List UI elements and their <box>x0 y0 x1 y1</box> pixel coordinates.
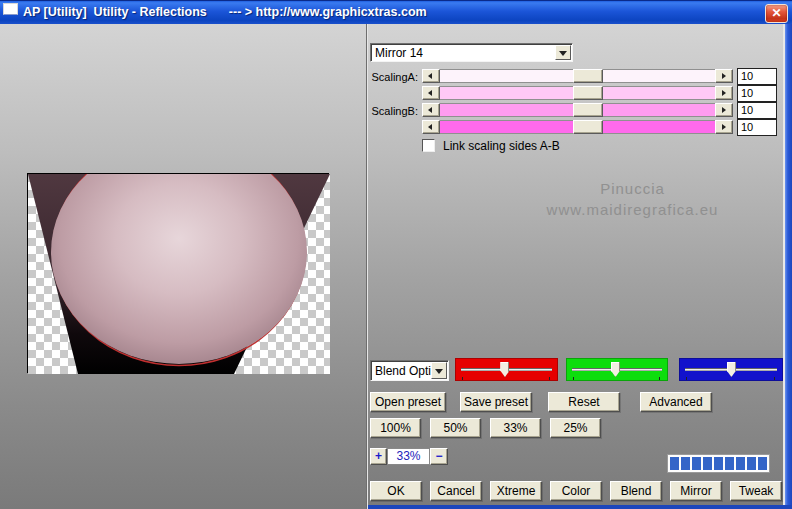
scaling-b2-thumb[interactable] <box>573 120 603 134</box>
chevron-down-icon <box>435 369 443 374</box>
scaling-b2-right-arrow[interactable] <box>715 120 733 134</box>
slider-tick <box>462 377 463 380</box>
green-channel-slider[interactable] <box>566 358 668 381</box>
scaling-b1-slider[interactable] <box>422 103 733 117</box>
blend-options-select[interactable]: Blend Optio <box>370 360 449 381</box>
blue-channel-slider[interactable] <box>679 358 783 381</box>
scaling-a-label: ScalingA: <box>368 71 418 83</box>
slider-tick <box>686 377 687 380</box>
progress-segment <box>725 457 734 470</box>
scaling-a2-value[interactable]: 10 <box>737 85 777 102</box>
save-preset-button[interactable]: Save preset <box>460 392 532 412</box>
progress-segment <box>747 457 756 470</box>
arrow-left-icon <box>428 73 432 79</box>
mirror-select-value: Mirror 14 <box>375 46 423 60</box>
scaling-b1-value[interactable]: 10 <box>737 102 777 119</box>
arrow-left-icon <box>428 124 432 130</box>
slider-tick <box>659 377 660 380</box>
slider-tick <box>549 377 550 380</box>
scaling-a2-slider[interactable] <box>422 86 733 100</box>
slider-tick <box>774 377 775 380</box>
close-button[interactable]: ✕ <box>765 4 788 23</box>
progress-segment <box>692 457 701 470</box>
scaling-a2-thumb[interactable] <box>573 86 603 100</box>
scaling-a1-right-arrow[interactable] <box>715 69 733 83</box>
plugin-dialog-window: AP [Utility] Utility - Reflections--- > … <box>0 0 792 509</box>
mirror-select-dropdown-button[interactable] <box>555 45 571 60</box>
advanced-button[interactable]: Advanced <box>640 392 712 412</box>
scaling-b-label: ScalingB: <box>368 105 418 117</box>
green-slider-thumb[interactable] <box>611 362 620 377</box>
zoom-33-button[interactable]: 33% <box>490 418 541 438</box>
panel-divider <box>366 24 368 509</box>
progress-bar <box>667 454 770 473</box>
scaling-a1-left-arrow[interactable] <box>422 69 440 83</box>
window-border-right <box>785 24 792 509</box>
watermark-line1: Pinuccia <box>520 178 745 199</box>
link-scaling-label: Link scaling sides A-B <box>443 139 560 153</box>
arrow-right-icon <box>722 124 726 130</box>
link-scaling-checkbox[interactable] <box>422 139 435 152</box>
arrow-left-icon <box>428 107 432 113</box>
scaling-b2-left-arrow[interactable] <box>422 120 440 134</box>
arrow-right-icon <box>722 90 726 96</box>
zoom-100-button[interactable]: 100% <box>370 418 421 438</box>
mirror-select[interactable]: Mirror 14 <box>370 43 573 62</box>
window-border-bottom <box>366 505 792 509</box>
red-slider-thumb[interactable] <box>500 362 509 377</box>
zoom-out-button[interactable]: − <box>430 448 448 465</box>
mirror-button[interactable]: Mirror <box>670 481 722 501</box>
arrow-right-icon <box>722 107 726 113</box>
xtreme-button[interactable]: Xtreme <box>490 481 542 501</box>
reset-button[interactable]: Reset <box>548 392 620 412</box>
scaling-a1-slider[interactable] <box>422 69 733 83</box>
progress-segment <box>681 457 690 470</box>
title-bar[interactable]: AP [Utility] Utility - Reflections--- > … <box>0 0 792 24</box>
watermark-text: Pinuccia www.maidiregrafica.eu <box>520 178 745 220</box>
scaling-b1-thumb[interactable] <box>573 103 603 117</box>
window-title-left: AP [Utility] Utility - Reflections <box>23 5 207 19</box>
cancel-button[interactable]: Cancel <box>430 481 482 501</box>
scaling-b1-left-arrow[interactable] <box>422 103 440 117</box>
tweak-button[interactable]: Tweak <box>730 481 782 501</box>
window-title: AP [Utility] Utility - Reflections--- > … <box>23 5 427 19</box>
preview-image <box>27 173 329 373</box>
chevron-down-icon <box>559 51 567 56</box>
blend-options-dropdown-button[interactable] <box>431 362 447 379</box>
blend-button[interactable]: Blend <box>610 481 662 501</box>
scaling-a1-thumb[interactable] <box>573 69 603 83</box>
window-title-url: --- > http://www.graphicxtras.com <box>229 5 427 19</box>
scaling-b2-value[interactable]: 10 <box>737 119 777 136</box>
app-icon <box>3 3 18 15</box>
red-channel-slider[interactable] <box>455 358 558 381</box>
arrow-left-icon <box>428 90 432 96</box>
preview-render <box>28 174 330 374</box>
open-preset-button[interactable]: Open preset <box>370 392 446 412</box>
progress-segment <box>758 457 767 470</box>
blend-options-value: Blend Optio <box>375 364 431 378</box>
ok-button[interactable]: OK <box>370 481 422 501</box>
progress-segment <box>736 457 745 470</box>
color-button[interactable]: Color <box>550 481 602 501</box>
scaling-a2-right-arrow[interactable] <box>715 86 733 100</box>
watermark-line2: www.maidiregrafica.eu <box>520 199 745 220</box>
arrow-right-icon <box>722 73 726 79</box>
blue-slider-thumb[interactable] <box>727 362 736 377</box>
scaling-a1-value[interactable]: 10 <box>737 68 777 85</box>
zoom-50-button[interactable]: 50% <box>430 418 481 438</box>
zoom-in-button[interactable]: + <box>370 448 387 465</box>
progress-segment <box>714 457 723 470</box>
progress-segment <box>703 457 712 470</box>
scaling-b1-right-arrow[interactable] <box>715 103 733 117</box>
scaling-b2-slider[interactable] <box>422 120 733 134</box>
zoom-25-button[interactable]: 25% <box>550 418 601 438</box>
slider-tick <box>573 377 574 380</box>
progress-segment <box>670 457 679 470</box>
scaling-a2-left-arrow[interactable] <box>422 86 440 100</box>
zoom-level-value[interactable]: 33% <box>387 448 430 465</box>
